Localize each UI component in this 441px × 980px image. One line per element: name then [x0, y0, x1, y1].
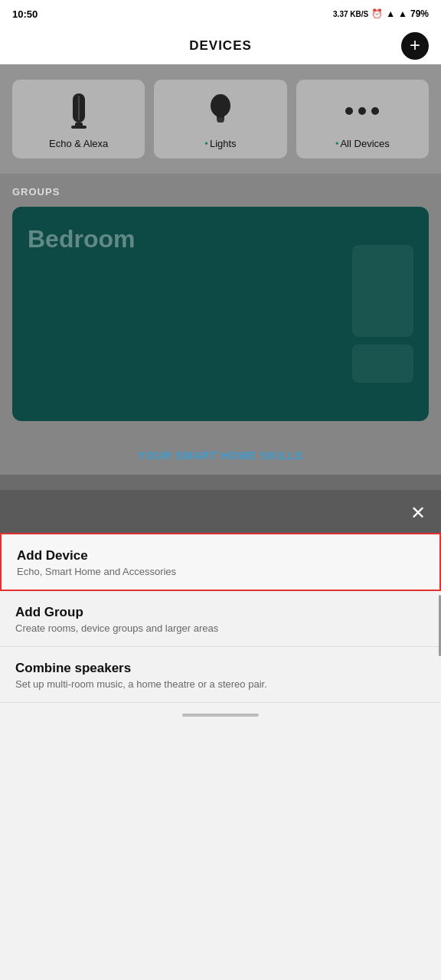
combine-speakers-title: Combine speakers — [15, 661, 426, 676]
more-dots-icon — [343, 92, 381, 130]
signal-icon: ▲ — [398, 8, 407, 19]
close-btn-row: ✕ — [0, 490, 441, 533]
svg-point-8 — [345, 107, 353, 115]
add-group-title: Add Group — [15, 605, 426, 620]
lights-label: •Lights — [204, 138, 236, 149]
bottom-sheet: ✕ Add Device Echo, Smart Home and Access… — [0, 490, 441, 727]
add-icon: + — [410, 36, 420, 54]
status-bar: 10:50 3.37 KB/S ⏰ ▲ ▲ 79% — [0, 0, 441, 28]
categories-row: Echo & Alexa •Lights — [12, 80, 429, 158]
add-group-subtitle: Create rooms, device groups and larger a… — [15, 622, 426, 634]
svg-point-4 — [211, 94, 230, 117]
svg-rect-2 — [71, 126, 87, 129]
svg-rect-7 — [217, 120, 224, 122]
status-icons: 3.37 KB/S ⏰ ▲ ▲ 79% — [333, 8, 429, 19]
combine-speakers-subtitle: Set up multi-room music, a home theatre … — [15, 678, 426, 690]
alarm-icon: ⏰ — [371, 8, 383, 19]
groups-title: GROUPS — [12, 186, 429, 198]
home-indicator — [182, 714, 259, 717]
close-button[interactable]: ✕ — [410, 502, 426, 524]
add-device-item[interactable]: Add Device Echo, Smart Home and Accessor… — [0, 533, 441, 591]
wifi-icon: ▲ — [386, 8, 395, 19]
time-display: 10:50 — [12, 8, 38, 20]
add-group-item[interactable]: Add Group Create rooms, device groups an… — [0, 591, 441, 647]
echo-alexa-label: Echo & Alexa — [49, 138, 108, 149]
main-content: Echo & Alexa •Lights — [0, 64, 441, 490]
svg-point-10 — [371, 107, 379, 115]
groups-section: GROUPS Bedroom — [0, 174, 441, 436]
add-device-subtitle: Echo, Smart Home and Accessories — [17, 566, 424, 577]
all-devices-label: •All Devices — [335, 138, 390, 149]
shelf-decoration — [352, 345, 413, 383]
category-all-devices[interactable]: •All Devices — [296, 80, 429, 158]
echo-icon — [64, 92, 94, 130]
skills-section: YOUR SMART HOME SKILLS — [0, 436, 441, 475]
bedroom-card[interactable]: Bedroom — [12, 207, 429, 421]
page-title: DEVICES — [189, 38, 252, 54]
bedroom-decor — [352, 245, 413, 383]
home-indicator-bar — [0, 703, 441, 727]
battery-pct: 79% — [410, 8, 429, 19]
combine-speakers-item[interactable]: Combine speakers Set up multi-room music… — [0, 647, 441, 703]
data-speed: 3.37 KB/S — [333, 10, 368, 18]
add-device-title: Add Device — [17, 548, 424, 564]
all-devices-dot: • — [335, 138, 339, 149]
lamp-decoration — [352, 245, 413, 337]
category-echo-alexa[interactable]: Echo & Alexa — [12, 80, 145, 158]
lights-dot: • — [204, 138, 208, 149]
status-time: 10:50 — [12, 8, 38, 20]
lights-icon — [206, 92, 235, 130]
skills-link[interactable]: YOUR SMART HOME SKILLS — [138, 449, 303, 462]
add-button[interactable]: + — [401, 32, 429, 60]
page-header: DEVICES + — [0, 28, 441, 64]
svg-point-9 — [358, 107, 366, 115]
categories-section: Echo & Alexa •Lights — [0, 64, 441, 174]
category-lights[interactable]: •Lights — [154, 80, 286, 158]
